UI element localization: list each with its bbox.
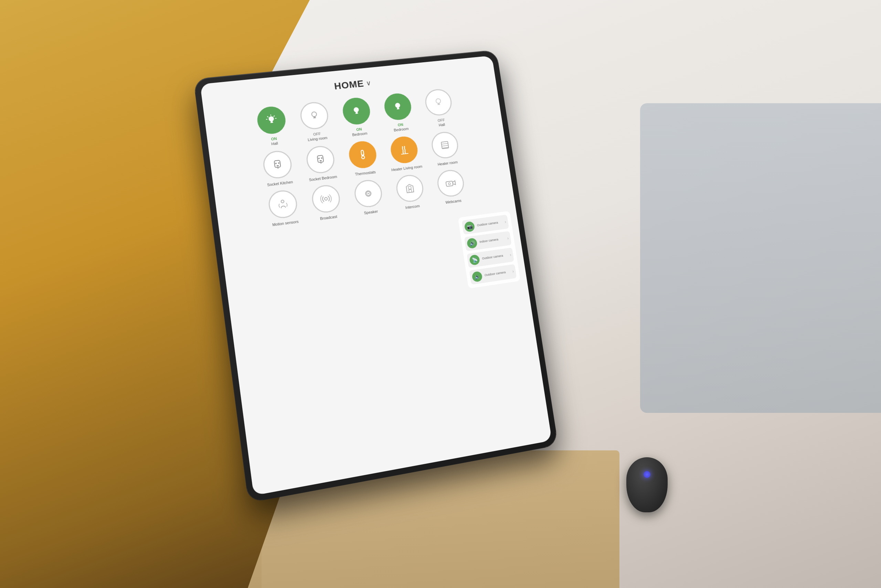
svg-point-41 xyxy=(368,193,369,194)
tablet-screen: HOME ∨ xyxy=(200,56,552,496)
device-thermostat[interactable]: Thermostats xyxy=(342,139,384,177)
svg-point-8 xyxy=(311,112,317,117)
device-light-hall[interactable]: ON Hall xyxy=(251,105,294,148)
svg-rect-20 xyxy=(274,160,281,168)
device-icon-light-hall xyxy=(256,105,287,135)
svg-rect-43 xyxy=(446,181,453,186)
tablet-frame: HOME ∨ xyxy=(194,50,558,502)
device-label-hall-on: ON Hall xyxy=(270,136,278,146)
svg-rect-28 xyxy=(320,160,322,161)
svg-point-11 xyxy=(353,107,359,112)
device-icon-light-living xyxy=(299,101,330,130)
app-body: ON Hall xyxy=(213,84,506,234)
panel-text-3: Outdoor camera xyxy=(482,254,503,261)
svg-point-26 xyxy=(318,158,320,159)
device-icon-heater-room xyxy=(430,130,460,160)
app-content: HOME ∨ xyxy=(200,56,552,496)
device-socket-bedroom[interactable]: Socket Bedroom xyxy=(300,144,342,183)
svg-line-6 xyxy=(267,116,268,117)
panel-text-1: Outdoor camera xyxy=(477,221,498,227)
svg-line-36 xyxy=(442,145,449,146)
chevron-down-icon[interactable]: ∨ xyxy=(365,79,372,87)
device-socket-kitchen[interactable]: Socket Kitchen xyxy=(257,148,300,188)
svg-line-29 xyxy=(321,162,321,164)
device-label-socket-bedroom: Socket Bedroom xyxy=(309,174,337,182)
device-label-motion-sensors: Motion sensors xyxy=(272,219,299,227)
svg-line-24 xyxy=(278,167,278,169)
panel-arrow-1: › xyxy=(504,219,507,224)
device-heater-room[interactable]: Heater room xyxy=(425,130,466,168)
svg-point-22 xyxy=(278,162,280,164)
svg-point-27 xyxy=(321,157,323,159)
device-icon-socket-bedroom xyxy=(305,144,336,175)
device-icon-light-bedroom2 xyxy=(383,92,413,122)
device-icon-light-hall2 xyxy=(424,88,453,117)
svg-rect-18 xyxy=(438,103,440,104)
panel-text-2: Indoor camera xyxy=(479,238,499,244)
device-light-living[interactable]: OFF Living room xyxy=(294,100,336,143)
device-speaker[interactable]: Speaker xyxy=(348,178,390,217)
smart-speaker xyxy=(626,457,668,512)
device-icon-heater-living xyxy=(389,135,419,165)
svg-rect-15 xyxy=(397,108,399,109)
device-label-hall2-off: OFF Hall xyxy=(437,118,446,128)
svg-point-44 xyxy=(449,183,451,185)
device-intercom[interactable]: Intercom xyxy=(390,173,431,211)
device-icon-motion-sensors xyxy=(267,189,299,220)
svg-rect-25 xyxy=(317,155,324,162)
device-label-intercom: Intercom xyxy=(405,203,420,210)
right-panel: 📷 Outdoor camera › 🔊 Indoor camera › 📡 O… xyxy=(458,211,521,289)
tablet: HOME ∨ xyxy=(194,50,558,502)
device-broadcast[interactable]: Broadcast xyxy=(305,183,348,223)
panel-icon-2: 🔊 xyxy=(466,238,478,249)
panel-icon-4: 🔈 xyxy=(471,271,483,282)
device-motion-sensors[interactable]: Motion sensors xyxy=(261,188,305,228)
device-light-hall2[interactable]: OFF Hall xyxy=(419,87,460,129)
device-light-bedroom2[interactable]: ON Bedroom xyxy=(378,92,420,134)
svg-line-35 xyxy=(441,143,448,144)
device-label-heater-living: Heater Living room xyxy=(391,164,423,172)
device-label-living-off: OFF Living room xyxy=(307,131,328,142)
panel-row-1[interactable]: 📷 Outdoor camera › xyxy=(461,215,509,235)
panel-arrow-2: › xyxy=(507,236,509,241)
device-icon-intercom xyxy=(395,173,425,203)
svg-point-39 xyxy=(324,197,328,200)
panel-icon-1: 📷 xyxy=(464,221,475,232)
svg-line-4 xyxy=(273,116,274,116)
panel-row-4[interactable]: 🔈 Outdoor camera › xyxy=(469,264,516,285)
device-heater-living[interactable]: Heater Living room xyxy=(384,135,425,173)
device-label-broadcast: Broadcast xyxy=(320,214,338,221)
device-icon-socket-kitchen xyxy=(261,149,293,180)
panel-arrow-4: › xyxy=(512,269,514,274)
panel-text-4: Outdoor camera xyxy=(484,270,506,278)
svg-rect-16 xyxy=(397,108,399,110)
furniture xyxy=(640,103,881,413)
panel-arrow-3: › xyxy=(510,252,512,257)
app-header: HOME ∨ xyxy=(333,77,372,92)
device-icon-thermostat xyxy=(347,140,378,170)
svg-rect-19 xyxy=(437,104,440,105)
device-light-bedroom1[interactable]: ON Bedroom xyxy=(336,96,378,139)
svg-point-0 xyxy=(269,116,274,122)
svg-rect-42 xyxy=(408,186,411,189)
svg-point-14 xyxy=(395,103,400,108)
device-label-speaker: Speaker xyxy=(364,209,378,215)
device-icon-broadcast xyxy=(311,184,342,214)
device-label-socket-kitchen: Socket Kitchen xyxy=(267,179,293,187)
device-label-bedroom2-on: ON Bedroom xyxy=(393,122,409,132)
app-title: HOME xyxy=(333,78,365,92)
device-icon-light-bedroom1 xyxy=(341,96,372,126)
svg-point-38 xyxy=(281,200,284,203)
svg-point-21 xyxy=(275,162,277,164)
device-icon-speaker xyxy=(353,178,384,209)
device-label-heater-room: Heater room xyxy=(437,160,458,167)
device-icon-webcams xyxy=(436,169,465,198)
device-label-thermostat: Thermostats xyxy=(355,169,376,177)
device-label-bedroom1-on: ON Bedroom xyxy=(351,126,368,138)
svg-rect-23 xyxy=(277,165,279,166)
panel-icon-3: 📡 xyxy=(469,254,480,266)
device-webcams[interactable]: Webcams xyxy=(431,168,471,206)
device-label-webcams: Webcams xyxy=(445,198,461,205)
svg-point-17 xyxy=(436,98,441,104)
